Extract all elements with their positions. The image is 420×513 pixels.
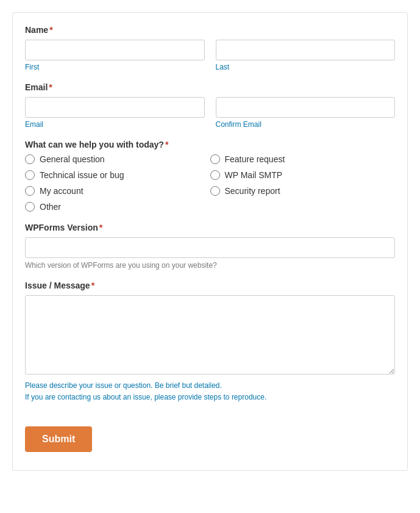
email-hint: Email	[25, 120, 205, 129]
radio-technical[interactable]: Technical issue or bug	[25, 170, 210, 180]
email-input[interactable]	[25, 97, 205, 118]
name-label: Name*	[25, 25, 395, 35]
confirm-email-hint: Confirm Email	[216, 120, 396, 129]
radio-wpmail-input[interactable]	[210, 170, 220, 180]
confirm-email-col: Confirm Email	[216, 97, 396, 129]
first-name-col: First	[25, 40, 205, 71]
contact-form: Name* First Last Email* Email Confirm	[12, 12, 408, 471]
first-name-input[interactable]	[25, 40, 205, 60]
radio-wpmail-label: WP Mail SMTP	[225, 170, 283, 180]
radio-group: General question Technical issue or bug …	[25, 154, 395, 212]
radio-myaccount[interactable]: My account	[25, 186, 210, 196]
email-row: Email Confirm Email	[25, 97, 395, 129]
email-field-group: Email* Email Confirm Email	[25, 82, 395, 129]
email-label-text: Email	[25, 82, 48, 92]
help-field-group: What can we help you with today?* Genera…	[25, 140, 395, 212]
version-field-group: WPForms Version* Which version of WPForm…	[25, 223, 395, 270]
message-hint-1: Please describe your issue or question. …	[25, 380, 395, 392]
radio-technical-input[interactable]	[25, 170, 35, 180]
message-field-group: Issue / Message* Please describe your is…	[25, 281, 395, 403]
radio-col-left: General question Technical issue or bug …	[25, 154, 210, 212]
last-name-hint: Last	[216, 63, 396, 71]
radio-col-right: Feature request WP Mail SMTP Security re…	[210, 154, 396, 212]
radio-general-input[interactable]	[25, 154, 35, 164]
radio-feature-input[interactable]	[210, 154, 220, 164]
message-required-star: *	[91, 281, 94, 290]
last-name-col: Last	[216, 40, 396, 71]
message-hints: Please describe your issue or question. …	[25, 380, 395, 403]
version-required-star: *	[99, 223, 102, 232]
radio-columns: General question Technical issue or bug …	[25, 154, 395, 212]
message-label-text: Issue / Message	[25, 281, 90, 290]
name-required-star: *	[49, 25, 52, 35]
email-label: Email*	[25, 82, 395, 92]
message-label: Issue / Message*	[25, 281, 395, 290]
version-input[interactable]	[25, 237, 395, 258]
version-hint: Which version of WPForms are you using o…	[25, 261, 395, 270]
radio-security-input[interactable]	[210, 186, 220, 196]
radio-other[interactable]: Other	[25, 202, 210, 212]
message-hint-2: If you are contacting us about an issue,…	[25, 392, 395, 403]
radio-other-label: Other	[40, 202, 61, 212]
last-name-input[interactable]	[216, 40, 396, 60]
first-name-hint: First	[25, 63, 205, 71]
name-field-group: Name* First Last	[25, 25, 395, 71]
help-required-star: *	[165, 140, 168, 149]
help-label-text: What can we help you with today?	[25, 140, 164, 149]
radio-general[interactable]: General question	[25, 154, 210, 164]
name-label-text: Name	[25, 25, 48, 35]
radio-security[interactable]: Security report	[210, 186, 396, 196]
radio-wpmail[interactable]: WP Mail SMTP	[210, 170, 396, 180]
radio-technical-label: Technical issue or bug	[40, 170, 124, 180]
radio-security-label: Security report	[225, 186, 280, 196]
help-label: What can we help you with today?*	[25, 140, 395, 149]
radio-feature-label: Feature request	[225, 154, 285, 164]
confirm-email-input[interactable]	[216, 97, 396, 118]
radio-feature[interactable]: Feature request	[210, 154, 396, 164]
submit-button[interactable]: Submit	[25, 426, 92, 452]
email-col: Email	[25, 97, 205, 129]
version-label: WPForms Version*	[25, 223, 395, 232]
name-row: First Last	[25, 40, 395, 71]
radio-general-label: General question	[40, 154, 105, 164]
version-label-text: WPForms Version	[25, 223, 98, 232]
radio-other-input[interactable]	[25, 202, 35, 212]
radio-myaccount-input[interactable]	[25, 186, 35, 196]
message-textarea[interactable]	[25, 295, 395, 375]
radio-myaccount-label: My account	[40, 186, 84, 196]
email-required-star: *	[49, 82, 52, 92]
